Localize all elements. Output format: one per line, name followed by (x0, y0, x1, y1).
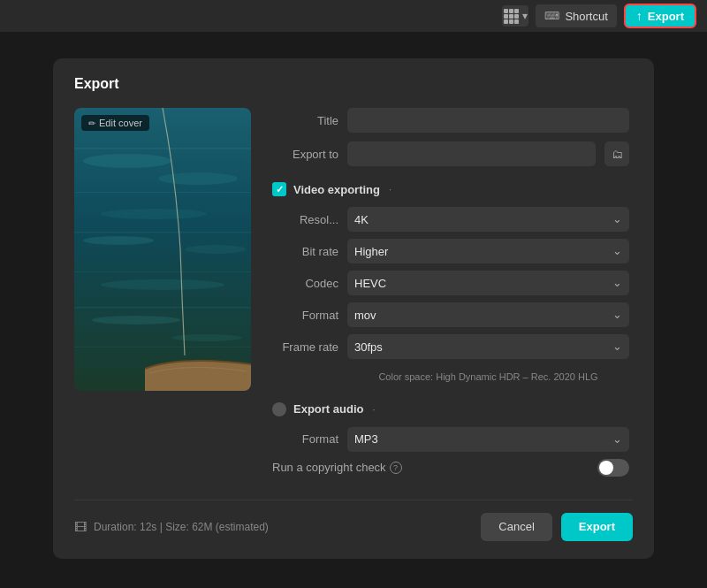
video-exporting-checkbox[interactable]: ✓ (272, 182, 286, 196)
checkmark-icon: ✓ (276, 184, 284, 195)
export-top-label: Export (648, 10, 684, 23)
svg-rect-10 (74, 192, 251, 193)
framerate-select[interactable]: 30fps (347, 334, 629, 359)
bottom-bar: 🎞 Duration: 12s | Size: 62M (estimated) … (74, 500, 633, 541)
thumbnail-image (74, 108, 251, 391)
upload-icon: ↑ (636, 9, 642, 23)
dropdown-arrow-icon: ▾ (522, 10, 528, 22)
bitrate-dropdown-wrapper: Higher (347, 239, 629, 263)
svg-rect-12 (74, 271, 251, 272)
pencil-icon: ✏ (88, 118, 95, 128)
bottom-actions: Cancel Export (481, 513, 633, 541)
resolution-select[interactable]: 4K (347, 207, 629, 232)
export-audio-section: Export audio · (272, 402, 629, 416)
format-row: Format mov (272, 302, 629, 327)
edit-cover-button[interactable]: ✏ Edit cover (81, 115, 149, 131)
export-audio-info: · (372, 404, 375, 415)
svg-point-7 (92, 316, 180, 325)
audio-format-label: Format (272, 432, 338, 446)
framerate-dropdown-wrapper: 30fps (347, 334, 629, 359)
shortcut-label: Shortcut (565, 10, 607, 23)
thumbnail-container: ✏ Edit cover (74, 108, 251, 391)
bitrate-label: Bit rate (272, 245, 338, 258)
framerate-row: Frame rate 30fps (272, 334, 629, 359)
format-select[interactable]: mov (347, 302, 629, 327)
export-top-button[interactable]: ↑ Export (624, 4, 696, 28)
form-area: Title Export to 🗂 ✓ Video exporti (272, 108, 633, 484)
export-to-label: Export to (272, 148, 338, 161)
svg-point-3 (101, 209, 207, 219)
codec-select[interactable]: HEVC (347, 271, 629, 295)
cancel-button[interactable]: Cancel (481, 513, 551, 541)
resolution-row: Resol... 4K (272, 207, 629, 232)
audio-format-dropdown-wrapper: MP3 (347, 427, 629, 452)
folder-icon: 🗂 (612, 148, 623, 161)
dialog-title: Export (74, 76, 633, 92)
thumbnail-area: ✏ Edit cover (74, 108, 251, 484)
framerate-label: Frame rate (272, 340, 338, 354)
audio-format-row: Format MP3 (272, 427, 629, 452)
export-to-row: Export to 🗂 (272, 141, 629, 166)
bitrate-select[interactable]: Higher (347, 239, 629, 263)
top-bar: ▾ ⌨ Shortcut ↑ Export (0, 0, 707, 32)
copyright-toggle[interactable] (597, 459, 629, 477)
svg-rect-11 (74, 232, 251, 233)
bitrate-row: Bit rate Higher (272, 239, 629, 263)
svg-point-8 (171, 334, 242, 341)
duration-info: 🎞 Duration: 12s | Size: 62M (estimated) (74, 520, 269, 534)
export-audio-label: Export audio (293, 402, 363, 416)
grid-icon (504, 9, 519, 24)
codec-dropdown-wrapper: HEVC (347, 271, 629, 295)
copyright-row: Run a copyright check ? (272, 459, 629, 477)
export-dialog: Export ✏ Edit cover (53, 58, 654, 559)
svg-rect-14 (74, 347, 251, 347)
title-row: Title (272, 108, 629, 133)
export-audio-toggle-circle[interactable] (272, 402, 286, 416)
title-label: Title (272, 114, 338, 127)
video-exporting-info: · (389, 184, 392, 195)
svg-rect-13 (74, 307, 251, 309)
copyright-label: Run a copyright check ? (272, 461, 402, 474)
folder-browse-button[interactable]: 🗂 (604, 141, 629, 166)
film-icon: 🎞 (74, 520, 87, 534)
duration-text: Duration: 12s | Size: 62M (estimated) (94, 521, 269, 533)
toggle-knob (599, 461, 613, 475)
svg-point-2 (158, 172, 238, 185)
export-button[interactable]: Export (561, 513, 633, 541)
video-exporting-section: ✓ Video exporting · (272, 182, 629, 196)
main-area: Export ✏ Edit cover (0, 32, 707, 588)
keyboard-icon: ⌨ (544, 10, 559, 22)
audio-format-select[interactable]: MP3 (347, 427, 629, 452)
codec-label: Codec (272, 277, 338, 290)
resolution-dropdown-wrapper: 4K (347, 207, 629, 232)
copyright-info-icon[interactable]: ? (390, 462, 402, 474)
format-label: Format (272, 309, 338, 322)
color-space-text: Color space: High Dynamic HDR – Rec. 202… (347, 370, 629, 385)
title-input[interactable] (347, 108, 629, 133)
shortcut-button[interactable]: ⌨ Shortcut (536, 4, 616, 27)
svg-point-6 (101, 279, 224, 290)
codec-row: Codec HEVC (272, 271, 629, 295)
export-to-input[interactable] (347, 141, 596, 166)
grid-view-button[interactable]: ▾ (502, 5, 528, 27)
format-dropdown-wrapper: mov (347, 302, 629, 327)
video-exporting-label: Video exporting (293, 183, 380, 196)
resolution-label: Resol... (272, 213, 338, 226)
svg-point-4 (83, 236, 154, 245)
svg-rect-9 (74, 148, 251, 149)
svg-point-5 (185, 245, 247, 254)
svg-point-1 (83, 154, 171, 168)
edit-cover-label: Edit cover (99, 118, 142, 128)
dialog-body: ✏ Edit cover (74, 108, 633, 484)
